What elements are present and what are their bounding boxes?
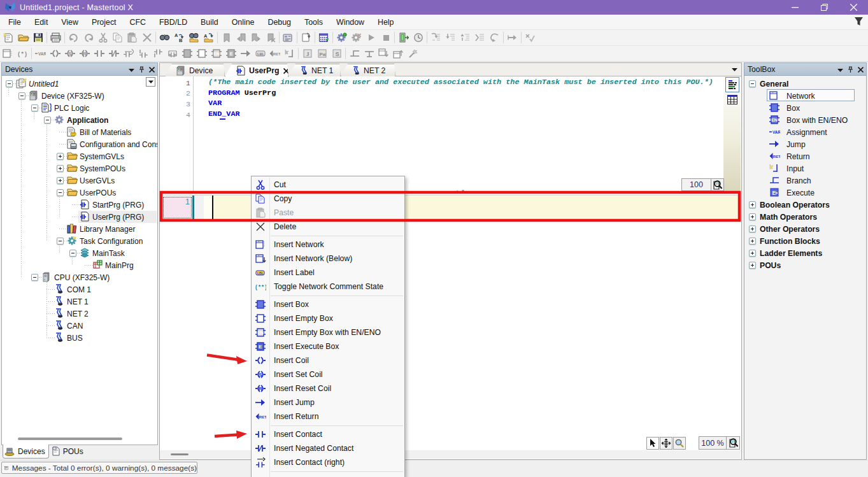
cut-button[interactable] [96,31,110,45]
ld-cursor-tool-button[interactable] [646,437,659,450]
context-menu-item-toggle-network-comment-state[interactable]: (**)Toggle Network Comment State [252,280,404,294]
close-button[interactable] [839,0,868,15]
context-menu-item-delete[interactable]: Delete [252,220,404,234]
tree-item-cpu-xf325-w[interactable]: CPU (XF325-W) [2,271,157,283]
toolbox-close-icon[interactable] [858,67,864,73]
properties-button[interactable] [281,31,295,45]
single-cycle-button[interactable] [505,31,520,45]
tree-item-bill-of-materials[interactable]: Bill of Materials [2,126,157,138]
tree-item-com-1[interactable]: COM 1 [2,283,157,295]
context-menu-item-paste[interactable]: Paste [252,206,404,220]
ld-execute-box-button[interactable]: E [224,46,238,61]
tree-item-can[interactable]: CAN [2,320,157,332]
start-button[interactable] [364,31,378,45]
ld-set-coil-button[interactable]: S [62,46,77,61]
ld-zoom-value[interactable]: 100 % [699,436,727,450]
menu-view[interactable]: View [57,16,83,29]
expand-plus-box[interactable] [749,213,756,220]
tree-item-userprg-prg[interactable]: UserPrg (PRG) [2,211,157,223]
runtime-clock-button[interactable] [411,31,425,45]
refactoring-button[interactable] [299,31,313,45]
ld-contact-button[interactable] [92,46,106,61]
context-menu-item-insert-contact[interactable]: Insert Contact [252,427,404,441]
menu-file[interactable]: File [4,16,25,29]
menu-edit[interactable]: Edit [30,16,52,29]
context-menu-item-copy[interactable]: Copy [252,192,404,206]
ld-assignment-button[interactable]: VAR [33,46,48,61]
ld-label-button[interactable]: LBL [253,46,267,61]
replace-button[interactable]: AB [172,31,187,45]
reset-button[interactable] [487,31,502,45]
context-menu-item-insert-contact-parallel-below[interactable]: Insert Contact Parallel (below) [252,473,404,477]
devices-pin-icon[interactable] [139,66,145,73]
tree-item-task-configuration[interactable]: Task Configuration [2,235,157,247]
messages-status-box[interactable]: Messages - Total 0 error(s), 0 warning(s… [1,462,197,474]
replace-in-files-button[interactable]: A [201,31,216,45]
context-menu-item-insert-negated-contact[interactable]: Insert Negated Contact [252,441,404,455]
ld-negated-contact-button[interactable] [106,46,121,61]
expand-plus-box[interactable] [749,262,756,269]
devices-hscrollbar[interactable] [1,434,158,443]
tree-item-device-xf325-w[interactable]: Device (XF325-W) [2,90,157,102]
ld-pw-box-button[interactable]: PW [315,46,329,61]
ld-input-button[interactable] [282,46,297,61]
tree-item-untitled1[interactable]: Untitled1 [2,78,157,90]
collapse-minus-box[interactable] [749,80,756,87]
toolbox-item-box-with-en-eno[interactable]: ENBox with EN/ENO [744,114,865,126]
context-menu-item-insert-jump[interactable]: Insert Jump [252,395,404,409]
delete-button[interactable] [139,31,154,45]
logout-button[interactable] [349,31,364,45]
editor-tab-net-1[interactable]: NET 1 [288,64,341,76]
ld-jump-button[interactable] [238,46,253,61]
context-menu-item-insert-return[interactable]: RETInsert Return [252,409,404,424]
bottom-tab-pous[interactable]: POUs [50,445,87,459]
tree-item-usergvls[interactable]: UserGVLs [2,174,157,187]
ld-zoom-button[interactable] [727,436,740,450]
editor-tab-net-2[interactable]: NET 2 [341,64,395,76]
open-project-button[interactable] [16,31,31,45]
scrollbar-thumb[interactable] [18,438,122,440]
copy-button[interactable] [110,31,125,45]
context-menu-item-insert-network[interactable]: Insert Network [252,238,404,252]
declaration-zoom-button[interactable] [711,178,724,191]
collapse-minus-box[interactable] [57,238,64,245]
ld-jump-box-button[interactable]: J [300,46,315,61]
tree-item-library-manager[interactable]: Library Manager [2,223,157,235]
expand-plus-box[interactable] [749,250,756,257]
collapse-minus-box[interactable] [31,104,38,111]
expand-plus-box[interactable] [749,225,756,232]
paste-button[interactable] [125,31,139,45]
filter-funnel-icon[interactable] [853,16,864,27]
expand-plus-box[interactable] [57,177,64,184]
find-in-files-button[interactable] [187,31,201,45]
next-bookmark-button[interactable] [248,31,263,45]
undo-button[interactable] [66,31,81,45]
collapse-minus-box[interactable] [18,92,25,99]
ld-network-above-button[interactable] [391,46,406,61]
expand-plus-box[interactable] [749,201,756,208]
bottom-tab-devices[interactable]: Devices [3,445,49,459]
restore-button[interactable] [809,0,839,15]
context-menu-item-insert-coil[interactable]: Insert Coil [252,353,404,367]
ld-editor[interactable]: ▲▼ 1 100 % [160,192,741,450]
tree-item-systemgvls[interactable]: SystemGVLs [2,150,157,162]
ld-hscrollbar[interactable] [160,450,741,459]
expand-plus-box[interactable] [749,238,756,245]
toolbox-item-assignment[interactable]: VARAssignment [744,126,865,138]
ld-wand-button[interactable] [406,46,420,61]
find-button[interactable] [157,31,172,45]
editor-tab-userprg[interactable]: UserPrg [225,64,288,77]
menu-fbd-ld[interactable]: FBD/LD [155,16,192,29]
scrollbar-thumb[interactable] [171,453,189,455]
ld-box-button[interactable] [180,46,194,61]
bookmark-button[interactable] [219,31,234,45]
expand-plus-box[interactable] [57,153,64,160]
step-over-button[interactable] [429,31,443,45]
toolbox-group-pous[interactable]: POUs [744,259,865,271]
ld-contact-above-button[interactable] [150,46,165,61]
tree-item-systempous[interactable]: SystemPOUs [2,162,157,174]
toolbox-group-general[interactable]: General [744,78,865,90]
build-button[interactable] [317,31,331,45]
ld-branch-button[interactable] [347,46,362,61]
menu-debug[interactable]: Debug [263,16,295,29]
